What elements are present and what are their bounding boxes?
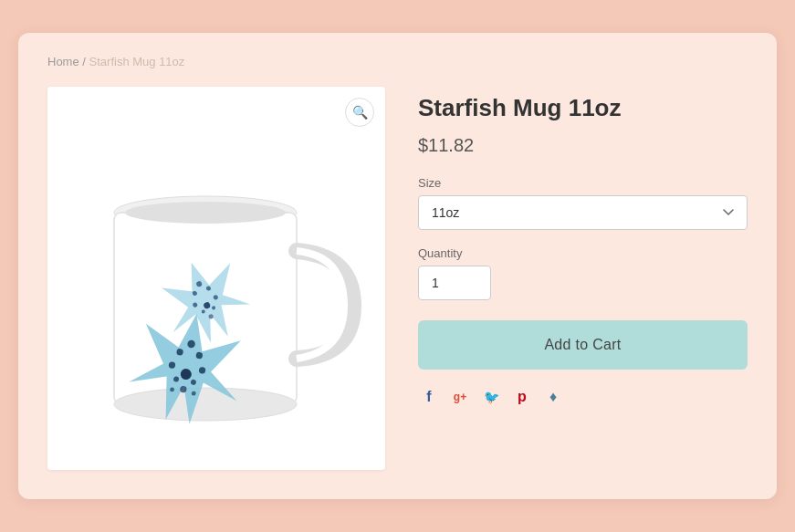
add-to-cart-button[interactable]: Add to Cart	[418, 320, 748, 370]
pinterest-icon[interactable]: p	[511, 386, 533, 408]
quantity-section: Quantity	[418, 246, 748, 300]
size-select[interactable]: 11oz 15oz	[418, 195, 748, 230]
twitter-icon[interactable]: 🐦	[480, 386, 502, 408]
svg-point-3	[125, 202, 286, 224]
product-title: Starfish Mug 11oz	[418, 94, 748, 122]
product-layout: 🔍	[47, 87, 748, 470]
page-container: Home / Starfish Mug 11oz 🔍	[18, 33, 777, 499]
breadcrumb: Home / Starfish Mug 11oz	[47, 55, 748, 68]
quantity-label: Quantity	[418, 246, 748, 260]
size-label: Size	[418, 176, 748, 190]
product-details: Starfish Mug 11oz $11.82 Size 11oz 15oz …	[418, 87, 748, 408]
breadcrumb-current: Starfish Mug 11oz	[89, 55, 185, 68]
breadcrumb-home[interactable]: Home	[47, 55, 79, 68]
breadcrumb-separator: /	[82, 55, 89, 68]
svg-point-2	[114, 388, 297, 421]
fancy-icon[interactable]: ♦	[542, 386, 564, 408]
gplus-icon[interactable]: g+	[449, 386, 471, 408]
product-price: $11.82	[418, 135, 748, 156]
facebook-icon[interactable]: f	[418, 386, 440, 408]
product-image-container: 🔍	[47, 87, 385, 470]
social-icons: f g+ 🐦 p ♦	[418, 386, 748, 408]
quantity-input[interactable]	[418, 266, 491, 300]
product-image	[70, 114, 362, 443]
zoom-icon[interactable]: 🔍	[345, 98, 374, 127]
